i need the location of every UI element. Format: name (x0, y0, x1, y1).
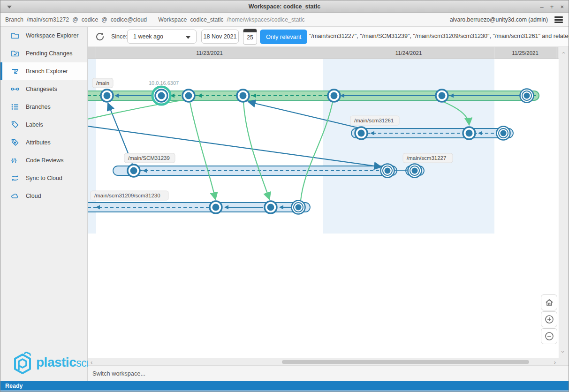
date-column-spacer (88, 47, 96, 59)
changeset-node-core (296, 204, 302, 211)
since-date-value: 18 Nov 2021 (204, 33, 237, 40)
branch-label[interactable]: /main/scm31209/scm31230 (94, 193, 160, 198)
changeset-node-core (240, 92, 247, 99)
sidebar-item-pending-changes[interactable]: Pending Changes (0, 45, 87, 62)
changeset-node-core (439, 92, 446, 99)
branch-label[interactable]: /main/scm31227 (407, 155, 446, 161)
branch-value: /main/scm31272 (27, 16, 69, 23)
zoom-in-button[interactable] (541, 311, 557, 327)
branch-explorer-diagram[interactable]: /main/main/scm31261/main/SCM31239/main/s… (88, 59, 559, 358)
changeset-node-core (267, 204, 274, 211)
since-dropdown[interactable]: 1 week ago (127, 30, 197, 44)
branch-label[interactable]: /main (96, 80, 109, 86)
since-label: Since: (111, 33, 128, 40)
vertical-scrollbar[interactable]: › › (559, 47, 569, 358)
changeset-node-core (412, 168, 418, 174)
sidebar-item-label: Labels (26, 121, 43, 128)
horizontal-scroll-thumb[interactable] (282, 360, 529, 364)
changeset-node-core (185, 92, 192, 99)
sidebar-item-label: Attributes (26, 139, 51, 146)
date-column-header: 11/25/2021 (494, 47, 556, 59)
sidebar-item-workspace-explorer[interactable]: Workspace Explorer (0, 27, 87, 45)
changeset-node-core (501, 130, 507, 136)
plasticscm-logo: plasticscm (12, 351, 95, 374)
branch-graph[interactable]: /main/main/scm31261/main/SCM31239/main/s… (88, 59, 559, 358)
sidebar-item-sync-to-cloud[interactable]: Sync to Cloud (0, 169, 87, 187)
branch-label[interactable]: /main/SCM31239 (128, 155, 170, 161)
home-icon (545, 298, 554, 307)
diagram-zoom-controls (541, 294, 558, 345)
changeset-node-core (466, 130, 473, 137)
horizontal-scrollbar[interactable]: ‹ › (88, 358, 559, 365)
maximize-button[interactable]: + (550, 4, 554, 10)
svg-text:{/}: {/} (11, 158, 17, 163)
server-name: codice@cloud (111, 16, 147, 23)
home-button[interactable] (541, 294, 557, 310)
folder-check-icon (11, 49, 19, 58)
changeset-node-core (130, 167, 137, 174)
workspace-label: Workspace (158, 16, 187, 23)
at-separator: @ (72, 16, 78, 23)
main-menu-icon[interactable] (554, 16, 563, 23)
changeset-node-core (524, 93, 530, 99)
relevant-branches-text: "/main/scm31227", "/main/SCM31239", "/ma… (309, 33, 569, 39)
calendar-picker-icon[interactable]: 25 (243, 29, 257, 45)
branch-label: Branch (5, 16, 23, 23)
workspace-name: codice_static (190, 16, 223, 23)
version-label: 10.0.16.6307 (149, 80, 179, 86)
workspace-info: Workspace codice_static /home/wkspaces/c… (158, 16, 304, 23)
sidebar-item-label: Branches (26, 104, 51, 110)
scrollbar-corner (559, 358, 569, 365)
timeline-column-tint (323, 59, 494, 234)
refresh-icon[interactable] (95, 31, 105, 42)
window-title: Workspace: codice_static (249, 3, 320, 10)
sidebar-item-label: Branch Explorer (26, 68, 68, 75)
minimize-button[interactable]: – (540, 4, 544, 10)
zoom-out-button[interactable] (541, 328, 557, 344)
window-menu-icon[interactable] (7, 6, 12, 8)
sidebar-item-label: Sync to Cloud (26, 175, 62, 181)
list-icon (11, 103, 19, 111)
logo-plastic-text: plastic (36, 355, 76, 369)
folder-icon (11, 31, 19, 40)
timeline-date-header: 11/23/202111/24/202111/25/2021 (88, 47, 559, 59)
scroll-left-icon[interactable]: ‹ (91, 359, 92, 365)
sidebar-item-branch-explorer[interactable]: Branch Explorer (0, 62, 87, 80)
date-column-header: 11/23/2021 (96, 47, 323, 59)
sidebar-item-code-reviews[interactable]: {/}Code Reviews (0, 151, 87, 169)
code-review-icon: {/} (11, 156, 19, 165)
calendar-day: 25 (243, 34, 257, 41)
changeset-node-core (158, 92, 165, 99)
scroll-down-icon[interactable]: › (560, 351, 566, 353)
sidebar: Workspace ExplorerPending ChangesBranch … (0, 27, 88, 381)
changeset-node-core (358, 130, 365, 137)
zoom-in-icon (545, 315, 554, 324)
sync-icon (11, 174, 19, 182)
changeset-icon (11, 85, 19, 93)
date-column-header: 11/24/2021 (323, 47, 494, 59)
chevron-down-icon (186, 36, 190, 39)
sidebar-item-label: Cloud (26, 193, 41, 199)
sidebar-item-labels[interactable]: Labels (0, 116, 87, 134)
zoom-out-icon (545, 332, 554, 341)
sidebar-item-cloud[interactable]: Cloud (0, 187, 87, 205)
sidebar-item-branches[interactable]: Branches (0, 98, 87, 116)
switch-workspace-bar[interactable]: Switch workspace... (88, 365, 569, 381)
sidebar-item-attributes[interactable]: Attributes (0, 134, 87, 151)
user-email: alvaro.berruezo@unity3d.com (admin) (450, 16, 548, 23)
scroll-up-icon[interactable]: › (560, 52, 566, 53)
changeset-node-core (385, 168, 391, 174)
switch-workspace-text[interactable]: Switch workspace... (92, 370, 145, 377)
workspace-path: /home/wkspaces/codice_static (227, 16, 305, 23)
branch-info: Branch /main/scm31272 @ codice @ codice@… (5, 16, 147, 23)
only-relevant-button[interactable]: Only relevant (260, 30, 307, 44)
at-separator: @ (101, 16, 107, 23)
sidebar-item-changesets[interactable]: Changesets (0, 80, 87, 98)
close-button[interactable]: × (560, 4, 564, 10)
sidebar-item-label: Workspace Explorer (26, 32, 78, 39)
plasticscm-logo-icon (12, 351, 33, 374)
scroll-right-icon[interactable]: › (554, 359, 556, 365)
branch-creation-link (190, 102, 215, 199)
branch-label[interactable]: /main/scm31261 (354, 118, 394, 123)
since-date-input[interactable]: 18 Nov 2021 (201, 30, 239, 44)
